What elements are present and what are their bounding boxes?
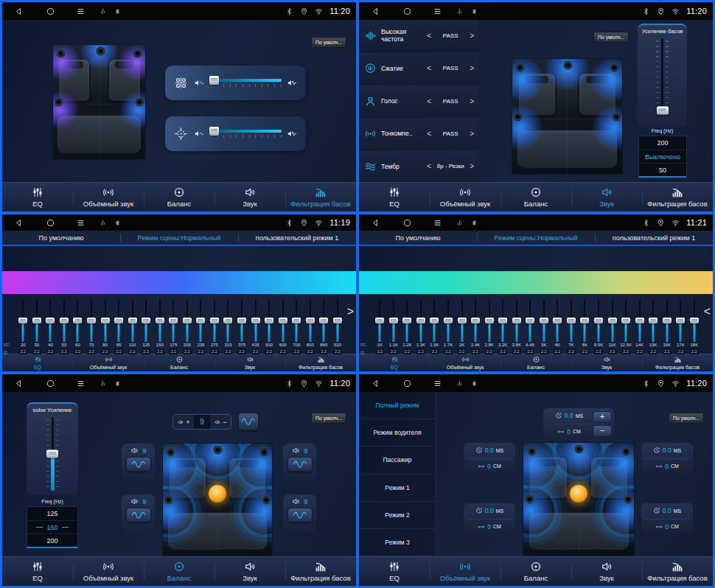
slider-handle[interactable] (114, 318, 123, 323)
slider-handle[interactable] (209, 76, 219, 85)
eq-band[interactable]: 200 2.2 (181, 299, 195, 354)
chevron-right-icon[interactable]: > (470, 64, 474, 72)
slider-handle[interactable] (265, 318, 273, 323)
eq-band[interactable]: 5K 2.2 (537, 299, 551, 354)
eq-band[interactable]: 80 2.2 (98, 299, 112, 354)
eq-band[interactable]: 6K 2.2 (551, 299, 565, 354)
back-icon[interactable] (14, 379, 24, 388)
slider-handle[interactable] (333, 318, 342, 323)
tab-balance[interactable]: Баланс (144, 183, 214, 211)
menu-item-high-freq[interactable]: Высокая частота < PASS > (359, 20, 479, 51)
slider-handle[interactable] (608, 318, 617, 323)
next-page-arrow[interactable]: > (347, 306, 354, 318)
eq-band[interactable]: 700 2.2 (290, 299, 304, 354)
surround-mode-item[interactable]: Режим 3 (359, 529, 436, 556)
slider-handle[interactable] (169, 318, 178, 323)
eq-band[interactable]: 315 2.2 (221, 299, 235, 354)
tab-bass-filter[interactable]: Фильтрация басов (642, 557, 713, 586)
eq-band[interactable]: 1.5K 2.2 (428, 299, 442, 354)
eq-preset[interactable]: пользовательский режим 1 (238, 231, 356, 245)
slider-handle[interactable] (444, 318, 453, 323)
lpf-curve-button[interactable] (287, 457, 313, 472)
home-icon[interactable] (46, 218, 55, 228)
eq-band[interactable]: 60 2.2 (71, 299, 85, 354)
back-icon[interactable] (371, 7, 380, 16)
eq-band[interactable]: 40 2.2 (43, 299, 57, 354)
tab-eq[interactable]: EQ (359, 557, 430, 586)
eq-band[interactable]: 1.7K 2.2 (442, 299, 456, 354)
slider-handle[interactable] (18, 318, 27, 323)
chevron-right-icon[interactable]: > (470, 130, 474, 138)
eq-band[interactable]: 860 2.2 (317, 299, 331, 354)
tab-surround[interactable]: Объёмный звук (430, 354, 501, 371)
tab-bass-filter[interactable]: Фильтрация басов (285, 557, 356, 586)
eq-band[interactable]: 30 2.2 (30, 299, 44, 354)
menu-item-loudness[interactable]: Тонкомпе.. < PASS > (359, 118, 479, 149)
freq-option[interactable]: 50 (639, 163, 686, 176)
eq-preset[interactable]: Режим сцены:Нормальный (120, 231, 238, 245)
menu-icon[interactable] (433, 379, 442, 388)
eq-band[interactable]: 8K 2.2 (578, 299, 592, 354)
tab-balance[interactable]: Баланс (501, 557, 571, 586)
eq-band[interactable]: 3.8K 2.2 (509, 299, 523, 354)
menu-item-timbre[interactable]: Тембр < бр - Резки > (359, 151, 479, 182)
slider-handle[interactable] (196, 318, 205, 323)
tab-sound[interactable]: Звук (571, 557, 642, 586)
home-icon[interactable] (46, 379, 55, 388)
slider-handle[interactable] (540, 318, 548, 323)
front-filter-slider[interactable] (211, 77, 282, 88)
surround-mode-item[interactable]: Режим водителя (359, 419, 436, 447)
tab-eq[interactable]: EQ (359, 183, 430, 211)
slider-handle[interactable] (183, 318, 192, 323)
eq-band[interactable]: 275 2.2 (208, 299, 222, 354)
slider-handle[interactable] (46, 318, 55, 323)
corner-delay-control[interactable]: 0.0MS 0CM (641, 443, 693, 474)
menu-icon[interactable] (76, 7, 86, 16)
slider-handle[interactable] (635, 318, 644, 323)
delay-plus-button[interactable]: + (593, 411, 612, 423)
eq-band[interactable]: 1.1K 2.2 (387, 299, 401, 354)
slider-handle[interactable] (498, 318, 507, 323)
tab-bass-filter[interactable]: Фильтрация басов (642, 183, 713, 211)
slider-handle[interactable] (690, 318, 699, 323)
slider-handle[interactable] (32, 318, 41, 323)
eq-band[interactable]: 1.2K 2.2 (400, 299, 414, 354)
back-icon[interactable] (371, 218, 380, 228)
freq-option[interactable]: Выключено (639, 150, 686, 163)
eq-band[interactable]: 95 2.2 (112, 299, 126, 354)
eq-band[interactable]: 20 2.2 (16, 299, 30, 354)
eq-preset[interactable]: Режим сцены:Нормальный (477, 231, 595, 245)
slider-handle[interactable] (663, 318, 672, 323)
sub-filter-slider[interactable] (211, 128, 282, 139)
slider-handle[interactable] (128, 318, 137, 323)
eq-band[interactable]: 125 2.2 (139, 299, 153, 354)
slider-handle[interactable] (60, 318, 69, 323)
eq-band[interactable]: 150 2.2 (153, 299, 167, 354)
eq-band[interactable]: 15K 2.2 (646, 299, 660, 354)
listening-point[interactable] (570, 485, 587, 503)
slider-handle[interactable] (306, 318, 315, 323)
eq-preset[interactable]: пользовательский режим 1 (595, 231, 713, 245)
eq-band[interactable]: 235 2.2 (194, 299, 208, 354)
tab-surround[interactable]: Объёмный звук (430, 183, 501, 211)
menu-item-compression[interactable]: Сжатие < PASS > (359, 52, 479, 83)
home-icon[interactable] (402, 379, 412, 388)
slider-handle[interactable] (485, 318, 494, 323)
tab-eq[interactable]: EQ (359, 354, 430, 371)
slider-handle[interactable] (416, 318, 425, 323)
tab-surround[interactable]: Объёмный звук (430, 557, 501, 586)
tab-surround[interactable]: Объёмный звук (73, 557, 144, 586)
chevron-right-icon[interactable]: > (470, 162, 474, 170)
eq-band[interactable]: 4.4K 2.2 (523, 299, 537, 354)
eq-band[interactable]: 16K 2.2 (660, 299, 674, 354)
slider-handle[interactable] (471, 318, 480, 323)
slider-handle[interactable] (142, 318, 150, 323)
eq-band[interactable]: 920 2.2 (331, 299, 345, 354)
delay-minus-button[interactable]: − (593, 425, 612, 437)
slider-handle[interactable] (279, 318, 287, 323)
eq-band[interactable]: 375 2.2 (235, 299, 249, 354)
slider-handle[interactable] (430, 318, 439, 323)
slider-handle[interactable] (101, 318, 110, 323)
back-icon[interactable] (371, 379, 380, 388)
surround-mode-item[interactable]: Режим 1 (359, 475, 436, 502)
